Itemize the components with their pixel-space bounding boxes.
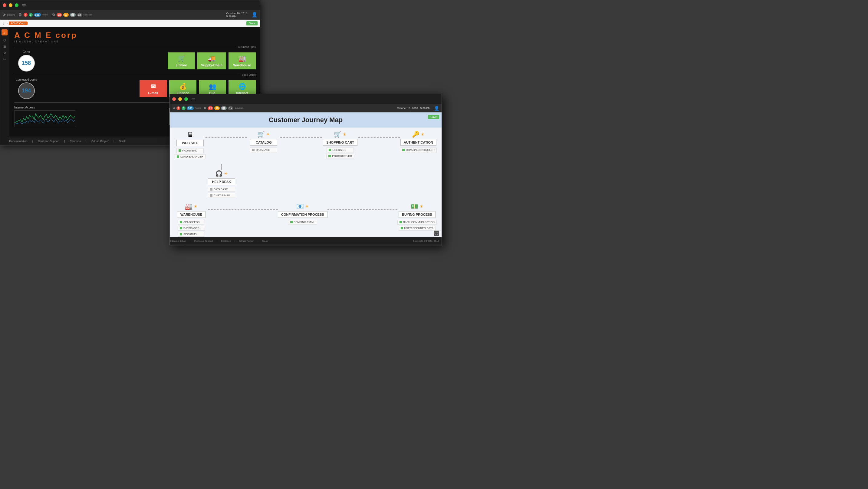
cart-products-db: PRODUCTS DB	[326, 153, 354, 159]
w2-footer-support[interactable]: Centreon Support	[194, 240, 213, 242]
w2-services-badge-red: 21	[208, 106, 213, 110]
carts-value: 158	[18, 55, 35, 71]
helpdesk-box: HELP DESK	[208, 178, 235, 185]
intranet-icon: 🌐	[239, 83, 246, 90]
w2-traffic-light-close[interactable]	[172, 97, 176, 101]
confirmation-node: 📧 ☀ CONFIRMATION PROCESS SENDING EMAIL	[278, 203, 328, 225]
warehouse-api: API ACCESS	[178, 220, 205, 225]
w2-footer-slack[interactable]: Slack	[262, 240, 268, 242]
catalog-database: DATABASE	[250, 148, 277, 152]
w2-services-badge-yellow: 19	[214, 106, 220, 110]
hosts-badge-red: 7	[24, 13, 28, 17]
email-button[interactable]: ✉ E-mail	[140, 80, 167, 97]
services-badge-gray: ⚪	[70, 13, 76, 17]
shopping-cart-box: SHOPPING CART	[323, 139, 358, 146]
w2-footer-centreon[interactable]: Centreon	[221, 240, 231, 242]
catalog-sun-icon: ☀	[266, 132, 270, 137]
internet-access-label: Internet Access	[14, 106, 75, 109]
user-icon[interactable]: 👤	[251, 12, 257, 18]
buying-box: BUYING PROCESS	[399, 211, 435, 218]
w2-hosts-label: hosts	[195, 107, 200, 109]
buying-sun-icon: ☀	[420, 204, 424, 209]
footer-github[interactable]: Github Project	[91, 140, 108, 143]
w2-footer-arrow[interactable]: >	[172, 240, 174, 242]
back-office-label: Back-Office	[242, 73, 256, 76]
helpdesk-chat: CHAT & MAIL	[208, 193, 235, 198]
supply-chain-button[interactable]: 🚚 Supply-Chain	[197, 52, 226, 69]
connected-users-section: Connected Users 194	[14, 78, 38, 99]
services-label: services	[84, 13, 92, 16]
warehouse-button[interactable]: 🏭 Warehouse	[228, 52, 256, 69]
breadcrumb-home-icon: ⌂	[3, 22, 4, 25]
buying-secured-data: USER SECURED DATA	[399, 226, 436, 231]
cjm-header: Customer Journey Map	[170, 112, 441, 127]
confirmation-sun-icon: ☀	[305, 204, 309, 209]
w2-services-icon: ⚙	[204, 106, 207, 110]
save-button-window1[interactable]: Save	[246, 21, 257, 25]
hr-icon: 👥	[209, 83, 216, 90]
breadcrumb-window1: ⌂ > ACME Corp. Save	[0, 20, 260, 27]
footer-support[interactable]: Centreon Support	[38, 140, 59, 143]
catalog-box: CATALOG	[250, 139, 277, 146]
company-title: A C M E corp	[14, 31, 256, 40]
website-box: WEB SITE	[177, 140, 204, 146]
footer-documentation[interactable]: Documentation	[9, 140, 28, 143]
traffic-light-maximize[interactable]	[15, 3, 19, 7]
sidebar-home[interactable]: ⌂	[1, 29, 7, 35]
footer-window2: > Documentation | Centreon Support | Cen…	[170, 237, 441, 244]
window-journey-map: 🖥 7 0 161 hosts ⚙ 21 19 ⚪ 1k services Oc…	[169, 94, 442, 246]
w2-user-icon[interactable]: 👤	[434, 106, 439, 111]
footer-slack[interactable]: Slack	[119, 140, 126, 143]
pollers-label: pollers	[7, 13, 15, 17]
w2-footer-github[interactable]: Github Project	[239, 240, 254, 242]
hosts-badge-blue: 161	[34, 13, 41, 17]
connector-1-2	[206, 137, 247, 138]
warehouse-icon: 🏭	[239, 55, 246, 62]
finance-icon: 💰	[179, 83, 187, 90]
email-icon: ✉	[151, 83, 156, 90]
journey-map-content: Save Customer Journey Map 🖥 WEB SITE FRO…	[170, 112, 441, 244]
carts-section: Carts 158	[14, 50, 38, 71]
cart-sun-icon: ☀	[343, 132, 346, 137]
confirmation-email: SENDING EMAIL	[288, 220, 317, 225]
traffic-light-minimize[interactable]	[9, 3, 12, 7]
sidebar-tools[interactable]: ✂	[3, 58, 6, 61]
warehouse-sun-icon: ☀	[194, 204, 198, 209]
expand-button-window2[interactable]: ⛶	[434, 231, 439, 236]
w2-hosts-badge-blue: 161	[187, 106, 194, 110]
sidebar-map[interactable]: ▦	[3, 45, 6, 48]
connector-w-c	[208, 209, 278, 210]
services-badge-count: 1k	[77, 13, 82, 17]
w2-hosts-badge-green: 0	[182, 106, 186, 110]
vertical-connector-helpdesk	[221, 164, 222, 170]
w2-hosts-icon: 🖥	[172, 106, 175, 110]
warehouse-box: WAREHOUSE	[177, 211, 206, 218]
estore-button[interactable]: 🛒 e.Store	[168, 52, 195, 69]
business-app-buttons: 🛒 e.Store 🚚 Supply-Chain 🏭 Warehouse	[41, 52, 256, 69]
buying-node: 💵 ☀ BUYING PROCESS BANK COMMUNICATION US…	[397, 203, 437, 231]
confirmation-box: CONFIRMATION PROCESS	[278, 211, 328, 218]
w2-services-label: services	[235, 107, 243, 109]
w2-toolbar-datetime: October 16, 2018 5:36 PM	[397, 107, 430, 110]
confirmation-icon: 📧	[296, 203, 304, 210]
cart-icon: 🛒	[334, 131, 341, 138]
traffic-light-close[interactable]	[3, 3, 6, 7]
save-button-window2[interactable]: Save	[428, 115, 439, 119]
warehouse-icon-cjm: 🏭	[185, 203, 192, 210]
w2-traffic-light-maximize[interactable]	[184, 97, 188, 101]
cjm-title: Customer Journey Map	[176, 116, 435, 124]
network-chart-area: Sat 17 Feb Sun 18Feb Mon 19 Feb Tue 20 F…	[14, 110, 75, 127]
w2-hosts-badge-red: 7	[177, 106, 180, 110]
website-frontend: FRONTEND	[177, 148, 204, 153]
sidebar-topology[interactable]: ⬡	[3, 38, 6, 42]
helpdesk-db: DATABASE	[208, 187, 235, 192]
helpdesk-node: 🎧 ☀ HELP DESK DATABASE CHAT & MAIL	[205, 164, 238, 198]
toolbar-datetime: October 16, 2018 5:36 PM	[226, 12, 247, 18]
sidebar-settings[interactable]: ⚙	[3, 51, 6, 55]
w2-traffic-light-minimize[interactable]	[178, 97, 182, 101]
connected-users-value: 194	[18, 82, 35, 99]
business-apps-row: Carts 158 🛒 e.Store 🚚 Supply-Chain	[14, 50, 256, 71]
business-apps-label: Business Apps	[238, 46, 256, 49]
footer-centreon[interactable]: Centreon	[70, 140, 81, 143]
supply-chain-icon: 🚚	[208, 55, 216, 62]
